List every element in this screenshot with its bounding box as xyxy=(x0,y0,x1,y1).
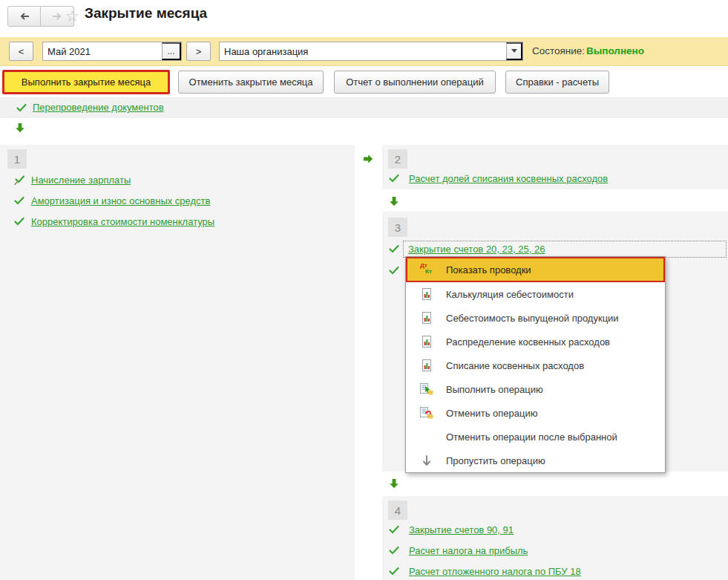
flow-down-arrow-icon xyxy=(15,123,25,133)
operation-link-indirect-shares[interactable]: Расчет долей списания косвенных расходов xyxy=(409,173,608,184)
history-nav xyxy=(7,6,74,27)
flow-down-arrow-icon xyxy=(389,478,399,489)
menu-item-cancel-following-operations[interactable]: Отменить операции после выбранной xyxy=(406,425,665,449)
menu-item-indirect-distribution[interactable]: Распределение косвенных расходов xyxy=(406,330,665,353)
menu-item-label: Себестоимость выпущеной продукции xyxy=(446,313,619,324)
operation-link-cost-adjustment[interactable]: Корректировка стоимости номенклатуры xyxy=(31,216,214,227)
menu-item-label: Отменить операции после выбранной xyxy=(446,431,617,443)
flow-right-arrow-icon xyxy=(363,154,373,164)
operations-report-button[interactable]: Отчет о выполнении операций xyxy=(334,71,496,94)
flow-down-arrow-icon xyxy=(389,196,399,206)
status-value: Выполнено xyxy=(586,42,644,61)
chevron-down-icon xyxy=(511,49,517,53)
menu-item-cancel-operation[interactable]: Отменить операцию xyxy=(406,401,665,425)
section-4-number: 4 xyxy=(388,501,407,520)
execute-operation-icon xyxy=(419,382,434,396)
menu-item-label: Показать проводки xyxy=(446,264,531,276)
section-2-panel: 2 Расчет долей списания косвенных расход… xyxy=(382,145,728,189)
check-icon xyxy=(388,524,400,535)
skip-operation-icon xyxy=(419,454,434,467)
check-icon xyxy=(16,102,27,114)
check-icon xyxy=(388,544,400,556)
reposting-documents-link[interactable]: Перепроведение документов xyxy=(33,102,164,113)
check-icon xyxy=(13,195,25,206)
cancel-closing-button[interactable]: Отменить закрытие месяца xyxy=(178,71,324,94)
menu-item-output-cost[interactable]: Себестоимость выпущеной продукции xyxy=(406,306,665,330)
page-title: Закрытие месяца xyxy=(85,5,207,22)
status-label: Состояние: xyxy=(532,42,585,61)
period-field: ... xyxy=(42,42,182,61)
menu-item-indirect-writeoff[interactable]: Списание косвенных расходов xyxy=(406,353,665,377)
menu-item-label: Калькуляция себестоимости xyxy=(446,289,574,300)
month-closing-window: ☆ Закрытие месяца < ... > Состояние: Вып… xyxy=(0,0,728,580)
operation-link-depreciation[interactable]: Амортизация и износ основных средств xyxy=(31,195,210,206)
references-calculations-button[interactable]: Справки - расчеты xyxy=(505,71,609,94)
favorite-star-icon[interactable]: ☆ xyxy=(65,7,79,26)
section-1-panel: 1 Начисление зарплаты Амортизация и изно… xyxy=(0,145,355,580)
reposting-row: Перепроведение документов xyxy=(0,97,728,118)
period-input[interactable] xyxy=(43,42,162,60)
menu-item-skip-operation[interactable]: Пропустить операцию xyxy=(406,449,665,472)
organization-field xyxy=(219,42,523,61)
check-icon xyxy=(388,172,400,184)
selected-operation-row[interactable]: Закрытие счетов 20, 23, 25, 26 xyxy=(403,241,727,258)
report-icon xyxy=(419,335,434,348)
perform-closing-button[interactable]: Выполнить закрытие месяца xyxy=(2,70,170,94)
empty-icon xyxy=(419,430,434,443)
section-4-panel: 4 Закрытие счетов 90, 91 Расчет налога н… xyxy=(382,496,728,580)
report-icon xyxy=(419,287,434,301)
arrow-right-icon xyxy=(51,10,63,22)
organization-dropdown-button[interactable] xyxy=(506,42,522,60)
next-period-button[interactable]: > xyxy=(186,42,211,61)
menu-item-label: Выполнить операцию xyxy=(446,384,543,395)
check-icon xyxy=(13,215,25,227)
menu-item-execute-operation[interactable]: Выполнить операцию xyxy=(406,377,665,401)
operation-link-income-tax[interactable]: Расчет налога на прибыль xyxy=(409,545,528,556)
menu-item-label: Пропустить операцию xyxy=(446,455,545,466)
menu-item-label: Распределение косвенных расходов xyxy=(446,336,610,348)
check-edited-icon xyxy=(13,174,25,186)
dt-kt-icon: ДтКт xyxy=(419,263,434,276)
section-3-number: 3 xyxy=(388,218,407,237)
check-icon xyxy=(388,243,400,255)
operation-link-close-accounts-20-26[interactable]: Закрытие счетов 20, 23, 25, 26 xyxy=(408,244,545,255)
period-picker-button[interactable]: ... xyxy=(162,42,181,60)
report-icon xyxy=(419,359,434,372)
section-1-number: 1 xyxy=(7,149,27,169)
cancel-operation-icon xyxy=(419,406,434,420)
menu-item-label: Отменить операцию xyxy=(446,408,537,419)
operation-link-close-accounts-90-91[interactable]: Закрытие счетов 90, 91 xyxy=(409,524,514,535)
menu-item-show-postings[interactable]: ДтКт Показать проводки xyxy=(406,257,665,282)
section-2-number: 2 xyxy=(388,149,407,169)
back-button[interactable] xyxy=(7,6,41,27)
menu-item-cost-calculation[interactable]: Калькуляция себестоимости xyxy=(406,282,665,306)
menu-item-label: Списание косвенных расходов xyxy=(446,360,584,371)
check-icon xyxy=(388,565,400,577)
previous-period-button[interactable]: < xyxy=(9,42,33,61)
operation-link-deferred-tax-pbu18[interactable]: Расчет отложенного налога по ПБУ 18 xyxy=(409,566,581,577)
operation-link-salary[interactable]: Начисление зарплаты xyxy=(31,175,131,186)
report-icon xyxy=(419,311,434,325)
organization-input[interactable] xyxy=(220,42,506,60)
check-icon xyxy=(388,264,400,276)
arrow-left-icon xyxy=(19,10,30,22)
operation-context-menu: ДтКт Показать проводки Калькуляция себес… xyxy=(405,256,666,473)
